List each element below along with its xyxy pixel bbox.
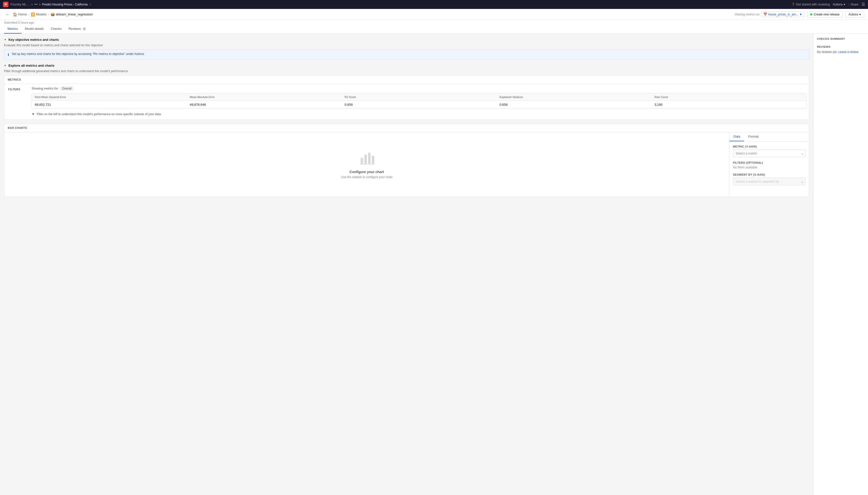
question-icon: ❓ — [792, 3, 795, 6]
tab-metrics[interactable]: Metrics — [4, 24, 21, 34]
collapse-icon: ▼ — [4, 38, 6, 41]
info-banner-text: Set up key metrics and charts for this o… — [12, 52, 144, 56]
top-bar-left: M Foundry ML ... > ••• > Predict Housing… — [3, 2, 92, 7]
filter-icon: ▼ — [32, 112, 35, 116]
chart-preview: Configure your chart Use the sidebar to … — [4, 132, 729, 197]
explore-subtitle: Filter through additional generated metr… — [4, 69, 809, 73]
top-bar-sep1: > — [31, 3, 33, 6]
submitted-row: Submitted 2 hours ago · — [0, 20, 868, 24]
right-sidebar: CHECKS SUMMARY REVIEWS No reviews yet. L… — [813, 34, 868, 495]
chart-placeholder-icon — [359, 150, 374, 166]
svg-rect-1 — [364, 155, 367, 164]
val-rowcount: 3,190 — [652, 101, 806, 108]
bar-charts-body: Configure your chart Use the sidebar to … — [4, 132, 809, 197]
breadcrumb-sep2: › — [48, 13, 49, 16]
top-bar-page-title: Predict Housing Prices - California — [42, 3, 88, 6]
no-filters-text: No filters available — [733, 166, 805, 169]
create-release-button[interactable]: Create new release — [807, 11, 843, 18]
metric-y-axis-select[interactable]: Select a metric — [733, 150, 805, 157]
config-body: METRIC (Y-AXIS) Select a metric FILTERS … — [729, 141, 809, 193]
config-tab-data[interactable]: Data — [729, 132, 744, 141]
config-tab-format[interactable]: Format — [744, 132, 762, 141]
breadcrumb-current-model: 📦 sklearn_linear_regression — [51, 13, 93, 16]
showing-metrics-text: Showing metrics for: — [32, 87, 59, 90]
breadcrumb: 🏠 Home › 🔀 Models › 📦 sklearn_linear_reg… — [13, 13, 93, 16]
top-bar-app-name: Foundry ML ... — [11, 3, 30, 6]
dataset-selector-button[interactable]: 📅 house_prices_in_am... ▼ — [761, 12, 804, 17]
breadcrumb-home-label: Home — [18, 13, 27, 16]
filter-hint-text: Filter on the left to understand this mo… — [37, 113, 162, 116]
tab-checks[interactable]: Checks — [48, 24, 65, 34]
segment-x-axis-select-wrapper: Select a subset to segment by — [733, 177, 805, 185]
breadcrumb-sep1: › — [28, 13, 29, 16]
actions-label: Actions — [849, 13, 858, 16]
segment-x-axis-select[interactable]: Select a subset to segment by — [733, 177, 805, 185]
metric-y-axis-field: METRIC (Y-AXIS) Select a metric — [733, 145, 805, 157]
col-ev: Explained Variance — [497, 93, 652, 101]
reviews-badge: 0 — [82, 27, 86, 31]
dataset-icon: 📅 — [763, 13, 767, 16]
top-bar-star-icon[interactable]: ☆ — [89, 3, 92, 6]
chart-placeholder-title: Configure your chart — [349, 170, 384, 174]
key-objective-header[interactable]: ▼ Key objective metrics and charts — [4, 38, 809, 41]
dataset-dropdown-icon: ▼ — [799, 13, 802, 16]
dataset-label: house_prices_in_am... — [768, 13, 798, 16]
metrics-body: FILTERS Showing metrics for: Overall Roo… — [4, 84, 809, 119]
top-bar-actions-button[interactable]: Actions ▾ — [833, 3, 845, 6]
col-rowcount: Row Count — [652, 93, 806, 101]
main-content: ▼ Key objective metrics and charts Evalu… — [0, 34, 868, 495]
bar-charts-title: BAR CHARTS — [4, 124, 809, 132]
metric-y-axis-label: METRIC (Y-AXIS) — [733, 145, 805, 148]
metrics-card: METRICS FILTERS Showing metrics for: Ove… — [4, 75, 809, 120]
metrics-card-title: METRICS — [4, 75, 809, 84]
tabs-bar: Metrics Model details Checks Reviews 0 — [0, 24, 868, 34]
sub-header-left: ← 🏠 Home › 🔀 Models › 📦 sklearn_linear_r… — [4, 12, 93, 17]
val-mae: 49,878.646 — [187, 101, 342, 108]
top-bar-dots[interactable]: ••• — [34, 3, 38, 6]
key-objective-section: ▼ Key objective metrics and charts Evalu… — [4, 38, 809, 60]
no-reviews-label: No reviews yet. — [817, 50, 837, 54]
reviews-section: REVIEWS No reviews yet. Leave a review — [817, 45, 865, 54]
models-icon: 🔀 — [31, 13, 35, 16]
svg-rect-3 — [372, 156, 374, 164]
metrics-table-area: Showing metrics for: Overall Root Mean S… — [32, 86, 806, 117]
top-bar-actions-chevron: ▾ — [844, 3, 845, 6]
top-bar-right: ❓ Get started with modeling Actions ▾ ↑ … — [792, 2, 865, 7]
overall-tag: Overall — [60, 86, 74, 91]
share-button[interactable]: ↑ Share — [848, 3, 858, 6]
tab-model-details[interactable]: Model details — [21, 24, 48, 34]
breadcrumb-home[interactable]: 🏠 Home — [13, 13, 27, 16]
filter-hint: ▼ Filter on the left to understand this … — [32, 111, 806, 117]
home-icon: 🏠 — [13, 13, 17, 16]
explore-collapse-icon: ▼ — [4, 64, 6, 67]
breadcrumb-models[interactable]: 🔀 Models — [31, 13, 47, 16]
tab-reviews[interactable]: Reviews 0 — [65, 24, 90, 34]
explore-section-header[interactable]: ▼ Explore all metrics and charts — [4, 64, 809, 67]
key-objective-subtitle: Evaluate this model based on metrics and… — [4, 44, 809, 47]
release-dot-icon — [810, 14, 812, 15]
config-tabs: Data Format — [729, 132, 809, 141]
top-bar-sep2: > — [39, 3, 41, 6]
reviews-title: REVIEWS — [817, 45, 865, 48]
info-icon: ℹ — [8, 52, 9, 57]
metrics-table-row: 68,652.721 49,878.646 0.658 0.658 3,190 — [32, 101, 806, 108]
viewing-on-container: Viewing metrics on 📅 house_prices_in_am.… — [734, 12, 804, 17]
back-button[interactable]: ← — [4, 12, 11, 17]
metric-y-axis-select-wrapper: Select a metric — [733, 150, 805, 157]
chart-placeholder-subtitle: Use the sidebar to configure your chart — [341, 175, 393, 179]
val-rmse: 68,652.721 — [32, 101, 187, 108]
explore-section: ▼ Explore all metrics and charts Filter … — [4, 64, 809, 197]
actions-button[interactable]: Actions ▾ — [845, 11, 864, 18]
viewing-on-label: Viewing metrics on — [734, 13, 760, 16]
val-ev: 0.658 — [497, 101, 652, 108]
submitted-text: Submitted 2 hours ago · — [4, 21, 36, 24]
get-started-button[interactable]: ❓ Get started with modeling — [792, 3, 830, 6]
info-banner: ℹ Set up key metrics and charts for this… — [4, 50, 809, 60]
get-started-label: Get started with modeling — [796, 3, 830, 6]
col-mae: Mean Absolute Error — [187, 93, 342, 101]
breadcrumb-models-label: Models — [36, 13, 47, 16]
share-icon: ↑ — [848, 3, 850, 6]
segment-x-axis-label: SEGMENT BY (X-AXIS) — [733, 173, 805, 176]
menu-button[interactable]: ☰ — [862, 2, 865, 7]
leave-review-link[interactable]: Leave a review — [838, 50, 858, 54]
